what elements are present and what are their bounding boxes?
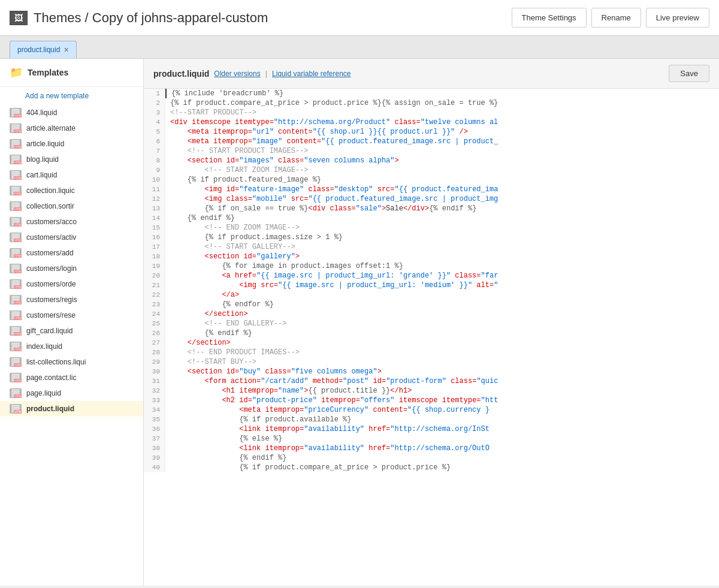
code-line-15[interactable]: 15 <!-- END ZOOM IMAGE--> (144, 223, 719, 233)
code-line-33[interactable]: 33 <h2 id="product-price" itemprop="offe… (144, 396, 719, 405)
sidebar-item-customers-acc[interactable]: HTM customers/acco (0, 214, 143, 230)
code-line-10[interactable]: 10 {% if product.featured_image %} (144, 175, 719, 185)
header: 🖼 Themes / Copy of johns-apparel-custom … (0, 0, 719, 36)
sidebar-item-index[interactable]: HTM index.liquid (0, 339, 143, 354)
code-line-12[interactable]: 12 <img class="mobile" src="{{ product.f… (144, 194, 719, 204)
code-editor[interactable]: 1 {% include 'breadcrumb' %} 2 {% if pro… (144, 89, 719, 586)
file-icon: HTM (10, 326, 22, 336)
code-line-2[interactable]: 2 {% if product.compare_at_price > produ… (144, 98, 719, 108)
older-versions-link[interactable]: Older versions (214, 70, 260, 78)
line-num-22: 22 (144, 290, 165, 300)
code-line-26[interactable]: 26 {% endif %} (144, 328, 719, 338)
add-template-link[interactable]: Add a new template (0, 87, 143, 105)
line-content-13: {% if on_sale == true %}<div class="sale… (165, 204, 719, 213)
code-line-27[interactable]: 27 </section> (144, 338, 719, 348)
sidebar-item-page-contact[interactable]: HTM page.contact.lic (0, 370, 143, 385)
code-line-36[interactable]: 36 <link itemprop="availability" href="h… (144, 424, 719, 434)
tab-product-liquid[interactable]: product.liquid × (10, 41, 77, 58)
sidebar-item-gift-card[interactable]: HTM gift_card.liquid (0, 323, 143, 339)
sidebar-item-cart[interactable]: HTM cart.liquid (0, 167, 143, 183)
file-label: article.alternate (26, 124, 75, 132)
line-num-33: 33 (144, 396, 165, 405)
code-line-23[interactable]: 23 {% endfor %} (144, 300, 719, 309)
file-label: customers/add (26, 249, 74, 257)
line-num-19: 19 (144, 261, 165, 271)
line-num-27: 27 (144, 338, 165, 348)
line-num-2: 2 (144, 98, 165, 108)
sidebar-item-404[interactable]: HTM 404.liquid (0, 105, 143, 120)
sidebar-item-customers-reset[interactable]: HTM customers/rese (0, 307, 143, 323)
code-line-32[interactable]: 32 <h1 itemprop="name">{{ product.title … (144, 386, 719, 396)
line-num-10: 10 (144, 175, 165, 185)
code-line-29[interactable]: 29 <!--START BUY--> (144, 357, 719, 367)
sidebar-item-page[interactable]: HTM page.liquid (0, 385, 143, 401)
code-line-9[interactable]: 9 <!-- START ZOOM IMAGE--> (144, 165, 719, 175)
code-line-18[interactable]: 18 <section id="gallery"> (144, 252, 719, 261)
code-line-17[interactable]: 17 <!-- START GALLERY--> (144, 242, 719, 252)
code-line-35[interactable]: 35 {% if product.available %} (144, 415, 719, 424)
line-content-18: <section id="gallery"> (165, 252, 719, 261)
line-content-4: <div itemscope itemtype="http://schema.o… (165, 117, 719, 127)
line-num-21: 21 (144, 281, 165, 290)
line-content-30: <section id="buy" class="five columns om… (165, 367, 719, 376)
sidebar-item-customers-order[interactable]: HTM customers/orde (0, 276, 143, 292)
editor-filename: product.liquid (153, 69, 209, 79)
code-line-28[interactable]: 28 <!-- END PRODUCT IMAGES--> (144, 348, 719, 357)
code-line-37[interactable]: 37 {% else %} (144, 434, 719, 444)
sidebar-item-collection[interactable]: HTM collection.liquic (0, 183, 143, 198)
sidebar-item-customers-act[interactable]: HTM customers/activ (0, 230, 143, 245)
code-line-30[interactable]: 30 <section id="buy" class="five columns… (144, 367, 719, 376)
code-line-6[interactable]: 6 <meta itemprop="image" content="{{ pro… (144, 137, 719, 146)
code-line-1[interactable]: 1 {% include 'breadcrumb' %} (144, 89, 719, 98)
save-button[interactable]: Save (669, 65, 709, 82)
code-line-5[interactable]: 5 <meta itemprop="url" content="{{ shop.… (144, 127, 719, 137)
sidebar-item-customers-add[interactable]: HTM customers/add (0, 245, 143, 261)
code-line-20[interactable]: 20 <a href="{{ image.src | product_img_u… (144, 271, 719, 281)
code-line-39[interactable]: 39 {% endif %} (144, 453, 719, 463)
code-line-21[interactable]: 21 <img src="{{ image.src | product_img_… (144, 281, 719, 290)
line-num-31: 31 (144, 376, 165, 386)
sidebar-item-article[interactable]: HTM article.liquid (0, 136, 143, 152)
sidebar-item-article-alt[interactable]: HTM article.alternate (0, 120, 143, 136)
file-icon: HTM (10, 404, 22, 414)
code-line-34[interactable]: 34 <meta itemprop="priceCurrency" conten… (144, 405, 719, 415)
sidebar-item-collection-sort[interactable]: HTM collection.sortir (0, 198, 143, 214)
line-content-25: <!-- END GALLERY--> (165, 319, 719, 328)
code-line-16[interactable]: 16 {% if product.images.size > 1 %} (144, 233, 719, 242)
code-line-40[interactable]: 40 {% if product.compare_at_price > prod… (144, 463, 719, 472)
line-content-24: </section> (165, 309, 719, 319)
code-line-19[interactable]: 19 {% for image in product.images offset… (144, 261, 719, 271)
code-line-13[interactable]: 13 {% if on_sale == true %}<div class="s… (144, 204, 719, 213)
file-icon: HTM (10, 357, 22, 367)
code-line-7[interactable]: 7 <!-- START PRODUCT IMAGES--> (144, 146, 719, 156)
sidebar-item-customers-login[interactable]: HTM customers/login (0, 261, 143, 276)
rename-button[interactable]: Rename (591, 8, 641, 28)
line-content-3: <!--START PRODUCT--> (165, 108, 719, 117)
line-num-32: 32 (144, 386, 165, 396)
line-num-7: 7 (144, 146, 165, 156)
code-line-11[interactable]: 11 <img id="feature-image" class="deskto… (144, 185, 719, 194)
code-line-24[interactable]: 24 </section> (144, 309, 719, 319)
code-line-22[interactable]: 22 </a> (144, 290, 719, 300)
code-line-25[interactable]: 25 <!-- END GALLERY--> (144, 319, 719, 328)
sidebar-item-blog[interactable]: HTM blog.liquid (0, 152, 143, 167)
sidebar-item-customers-reg[interactable]: HTM customers/regis (0, 292, 143, 307)
file-icon: HTM (10, 139, 22, 149)
tab-close-button[interactable]: × (64, 45, 68, 55)
theme-settings-button[interactable]: Theme Settings (512, 8, 587, 28)
code-line-3[interactable]: 3 <!--START PRODUCT--> (144, 108, 719, 117)
sidebar-item-list-collections[interactable]: HTM list-collections.liqui (0, 354, 143, 370)
live-preview-button[interactable]: Live preview (646, 8, 709, 28)
line-content-8: <section id="images" class="seven column… (165, 156, 719, 165)
line-content-15: <!-- END ZOOM IMAGE--> (165, 223, 719, 233)
code-line-4[interactable]: 4 <div itemscope itemtype="http://schema… (144, 117, 719, 127)
sidebar-item-product[interactable]: HTM product.liquid (0, 401, 143, 417)
code-line-8[interactable]: 8 <section id="images" class="seven colu… (144, 156, 719, 165)
code-line-31[interactable]: 31 <form action="/cart/add" method="post… (144, 376, 719, 386)
line-num-29: 29 (144, 357, 165, 367)
line-num-20: 20 (144, 271, 165, 281)
code-line-14[interactable]: 14 {% endif %} (144, 213, 719, 223)
code-line-38[interactable]: 38 <link itemprop="availability" href="h… (144, 444, 719, 453)
liquid-variable-reference-link[interactable]: Liquid variable reference (272, 70, 351, 78)
file-label: customers/activ (26, 233, 76, 242)
